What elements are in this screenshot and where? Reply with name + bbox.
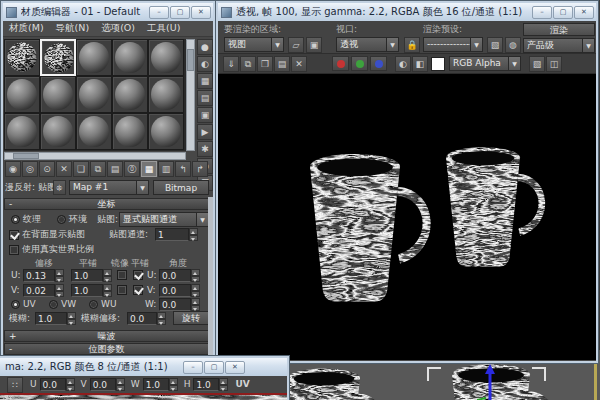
monochrome-icon[interactable]: ◧ <box>412 56 428 72</box>
h-field[interactable]: 1.0 <box>193 378 219 391</box>
wu-radio[interactable] <box>89 300 98 309</box>
blur-offset-field[interactable]: 0.0 <box>127 312 157 325</box>
blur-field[interactable]: 1.0 <box>35 312 67 325</box>
u-spinner[interactable] <box>66 378 75 391</box>
blur-spinner[interactable] <box>67 312 76 325</box>
edit-region-icon[interactable]: ▱ <box>288 37 304 53</box>
v-tile-checkbox[interactable] <box>133 285 143 295</box>
v-tiling-field[interactable]: 1.0 <box>71 284 103 297</box>
coordinates-rollout-header[interactable]: - 坐标 <box>4 198 209 210</box>
show-end-result-icon[interactable]: ▥ <box>158 161 174 177</box>
assign-material-to-selection-icon[interactable]: ⊙ <box>39 161 55 177</box>
minimize-button[interactable]: – <box>532 6 552 19</box>
material-sample-slot[interactable] <box>112 76 148 113</box>
v-spinner[interactable] <box>116 378 125 391</box>
u-tile-checkbox[interactable] <box>133 270 143 280</box>
environment-icon[interactable]: ◍ <box>505 37 521 53</box>
rotate-button[interactable]: 旋转 <box>173 311 209 325</box>
lock-viewport-icon[interactable]: 🔒 <box>404 37 420 53</box>
maximize-button[interactable]: ▢ <box>553 6 573 19</box>
maximize-button[interactable]: ▢ <box>170 6 190 19</box>
material-sample-slot[interactable] <box>112 113 148 150</box>
w-angle-spinner[interactable] <box>191 298 200 311</box>
render-preset-select[interactable]: -----------------▼ <box>423 37 483 52</box>
material-id-channel-icon[interactable]: ⓪ <box>124 161 140 177</box>
u-tiling-spinner[interactable] <box>103 269 112 282</box>
reset-map-icon[interactable]: ✕ <box>56 161 72 177</box>
menu-material[interactable]: 材质(M) <box>3 22 50 35</box>
material-sample-slot[interactable] <box>148 39 184 76</box>
clear-image-icon[interactable]: ✕ <box>291 56 307 72</box>
menu-options[interactable]: 选项(O) <box>95 22 141 35</box>
v-angle-spinner[interactable] <box>191 284 200 297</box>
options-icon[interactable]: ✱ <box>197 141 213 157</box>
close-button[interactable]: ✕ <box>191 6 211 19</box>
material-sample-slot[interactable] <box>76 39 112 76</box>
u-offset-field[interactable]: 0.13 <box>23 269 55 282</box>
make-preview-icon[interactable]: ▶ <box>197 124 213 140</box>
noise-rollout-header[interactable]: + 噪波 <box>4 330 209 342</box>
w-field[interactable]: 1.0 <box>143 378 169 391</box>
sample-horizontal-scrollbar[interactable] <box>4 152 186 160</box>
render-window-titlebar[interactable]: 透视, 帧 100, 显示 gamma: 2.2, RGBA 颜色 16 位/通… <box>218 3 596 21</box>
uv-radio[interactable] <box>11 300 20 309</box>
material-name-select[interactable]: Map #1▼ <box>69 180 149 195</box>
render-setup-icon[interactable]: ▧ <box>487 37 503 53</box>
bitmap-viewer-titlebar[interactable]: ma: 2.2, RGB 颜色 8 位/通道 (1:1) –▢✕ <box>0 358 287 376</box>
mapping-select[interactable]: 显式贴图通道▼ <box>119 212 209 227</box>
material-sample-slot[interactable] <box>40 39 76 76</box>
save-image-icon[interactable]: ⇓ <box>223 56 239 72</box>
material-editor-titlebar[interactable]: 材质编辑器 - 01 - Default –▢✕ <box>3 3 213 21</box>
v-offset-field[interactable]: 0.02 <box>23 284 55 297</box>
blue-channel-button[interactable] <box>370 56 387 71</box>
menu-utilities[interactable]: 工具(U) <box>141 22 186 35</box>
make-unique-icon[interactable]: ⧉ <box>90 161 106 177</box>
go-to-parent-icon[interactable]: ↰ <box>175 161 191 177</box>
u-angle-spinner[interactable] <box>191 269 200 282</box>
material-sample-slot[interactable] <box>40 76 76 113</box>
map-channel-field[interactable]: 1 <box>155 228 189 241</box>
put-to-library-icon[interactable]: ▤ <box>107 161 123 177</box>
sample-vertical-scrollbar[interactable] <box>186 39 195 151</box>
texture-radio[interactable] <box>11 215 20 224</box>
go-forward-to-sibling-icon[interactable]: ↱ <box>192 161 208 177</box>
alpha-channel-icon[interactable]: ◐ <box>395 56 411 72</box>
v-angle-field[interactable]: 0.0 <box>159 284 191 297</box>
material-sample-slot[interactable] <box>76 76 112 113</box>
bitmap-parameters-rollout-header[interactable]: - 位图参数 <box>4 343 209 355</box>
material-sample-slot[interactable] <box>76 113 112 150</box>
show-map-on-back-checkbox[interactable] <box>9 230 19 240</box>
rollout-scrollbar[interactable] <box>208 197 213 356</box>
u-offset-spinner[interactable] <box>55 269 64 282</box>
render-button[interactable]: 渲染 <box>523 23 595 36</box>
put-material-to-scene-icon[interactable]: ◎ <box>22 161 38 177</box>
material-sample-slot[interactable] <box>4 76 40 113</box>
vw-radio[interactable] <box>49 300 58 309</box>
print-image-icon[interactable]: ▤ <box>274 56 290 72</box>
material-sample-slot[interactable] <box>148 113 184 150</box>
background-color-swatch[interactable] <box>431 57 445 71</box>
color-correction-icon[interactable]: ▧ <box>529 56 545 72</box>
background-icon[interactable]: ▦ <box>197 73 213 89</box>
use-real-world-scale-checkbox[interactable] <box>9 245 19 255</box>
video-color-check-icon[interactable]: ▣ <box>197 107 213 123</box>
environment-radio[interactable] <box>57 215 66 224</box>
minimize-button[interactable]: – <box>183 361 203 374</box>
pick-material-eyedropper-icon[interactable]: 🜋 <box>53 180 66 195</box>
sample-uv-tiling-icon[interactable]: ▤ <box>197 90 213 106</box>
clone-window-icon[interactable]: ❐ <box>257 56 273 72</box>
green-channel-button[interactable] <box>351 56 368 71</box>
material-sample-slot[interactable] <box>148 76 184 113</box>
h-spinner[interactable] <box>219 378 228 391</box>
material-sample-slot[interactable] <box>40 113 76 150</box>
u-tiling-field[interactable]: 1.0 <box>71 269 103 282</box>
material-sample-slot[interactable] <box>112 39 148 76</box>
render-mode-select[interactable]: 产品级▼ <box>523 38 595 53</box>
material-sample-slot[interactable] <box>4 39 40 76</box>
menu-navigation[interactable]: 导航(N) <box>50 22 96 35</box>
v-tiling-spinner[interactable] <box>103 284 112 297</box>
w-angle-field[interactable]: 0.0 <box>159 298 191 311</box>
v-offset-spinner[interactable] <box>55 284 64 297</box>
backlight-icon[interactable]: ◐ <box>197 56 213 72</box>
map-channel-spinner[interactable] <box>189 228 198 241</box>
